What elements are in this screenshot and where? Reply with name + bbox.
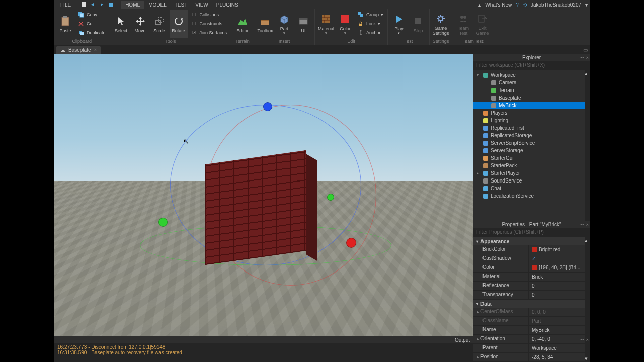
copy-button[interactable]: Copy: [75, 10, 108, 19]
tree-item-starterpack[interactable]: StarterPack: [473, 162, 585, 169]
ui-button[interactable]: UI: [294, 10, 312, 38]
tree-item-baseplate[interactable]: Baseplate: [473, 94, 585, 102]
prop-row-orientation[interactable]: ▸Orientation0, -40, 0: [473, 335, 585, 344]
rotate-button[interactable]: Rotate: [170, 10, 188, 38]
tree-item-mybrick[interactable]: MyBrick: [473, 102, 585, 109]
prop-row-parent[interactable]: ParentWorkspace: [473, 344, 585, 353]
constraints-toggle[interactable]: ☐Constraints: [189, 19, 229, 28]
help-icon[interactable]: ?: [516, 2, 519, 8]
stop-icon: [412, 15, 424, 27]
collisions-toggle[interactable]: ☐Collisions: [189, 10, 229, 19]
duplicate-icon: [77, 29, 85, 36]
output-close-icon[interactable]: ×: [586, 337, 589, 342]
rotation-handle-x[interactable]: [346, 238, 356, 248]
menu-tab-model[interactable]: MODEL: [144, 1, 171, 9]
select-button[interactable]: Select: [112, 10, 130, 38]
selected-part-mybrick[interactable]: [205, 157, 317, 268]
scale-button[interactable]: Scale: [150, 10, 169, 38]
terrain-editor-button[interactable]: Editor: [233, 10, 252, 38]
properties-scrollbar[interactable]: ▴▾: [585, 237, 590, 362]
tree-item-replicatedstorage[interactable]: ReplicatedStorage: [473, 132, 585, 139]
username[interactable]: JakobTheSnakob0207: [531, 2, 581, 8]
prop-row-classname: ClassNamePart: [473, 317, 585, 326]
explorer-close-icon[interactable]: ×: [586, 55, 589, 60]
prop-row-name[interactable]: NameMyBrick: [473, 326, 585, 335]
tree-item-workspace[interactable]: ▾Workspace: [473, 71, 585, 79]
explorer-tree[interactable]: ▾WorkspaceCameraTerrainBaseplateMyBrickP…: [473, 70, 585, 221]
menu-tab-test[interactable]: TEST: [171, 1, 192, 9]
tree-item-replicatedfirst[interactable]: ReplicatedFirst: [473, 124, 585, 132]
prop-section-appearance[interactable]: ▾Appearance: [473, 237, 585, 245]
svg-rect-38: [483, 163, 488, 168]
tab-close-icon[interactable]: ×: [94, 47, 97, 53]
prop-row-transparency[interactable]: Transparency0: [473, 291, 585, 300]
join-icon: ☑: [191, 29, 198, 36]
move-icon: [134, 15, 146, 27]
explorer-scrollbar[interactable]: ▴: [585, 70, 590, 221]
properties-close-icon[interactable]: ×: [586, 222, 589, 227]
toolbox-button[interactable]: Toolbox: [256, 10, 274, 38]
paste-icon: [59, 15, 71, 27]
join-surfaces-toggle[interactable]: ☑Join Surfaces: [189, 28, 229, 37]
color-button[interactable]: Color▾: [336, 10, 354, 38]
part-button[interactable]: Part▾: [275, 10, 293, 38]
viewport-3d[interactable]: ↖: [54, 54, 473, 336]
cut-button[interactable]: Cut: [75, 19, 108, 28]
redo-icon[interactable]: [98, 1, 105, 8]
tree-item-chat[interactable]: Chat: [473, 185, 585, 192]
menu-tab-home[interactable]: HOME: [121, 1, 144, 9]
menu-tab-plugins[interactable]: PLUGINS: [212, 1, 243, 9]
whats-new-link[interactable]: What's New: [485, 2, 512, 8]
group-button[interactable]: Group ▾: [355, 10, 385, 19]
duplicate-button[interactable]: Duplicate: [75, 28, 108, 37]
share-icon[interactable]: ⟲: [523, 2, 527, 8]
prop-row-position[interactable]: ▸Position-28, 5, 34: [473, 353, 585, 362]
svg-point-23: [460, 16, 463, 19]
explorer-pin-icon[interactable]: ⚏: [580, 55, 584, 60]
rotation-handle-z1[interactable]: [158, 218, 168, 227]
output-pin-icon[interactable]: ⚏: [580, 337, 584, 342]
prop-row-castshadow[interactable]: CastShadow✓: [473, 254, 585, 263]
prop-row-brickcolor[interactable]: BrickColorBright red: [473, 245, 585, 254]
tree-item-players[interactable]: Players: [473, 109, 585, 117]
properties-title: Properties - Part "MyBrick": [502, 222, 561, 227]
rotation-handle-y[interactable]: [263, 102, 272, 111]
prop-row-material[interactable]: MaterialBrick: [473, 273, 585, 282]
prop-section-data[interactable]: ▾Data: [473, 300, 585, 308]
tree-item-startergui[interactable]: StarterGui: [473, 154, 585, 162]
explorer-filter[interactable]: Filter workspace (Ctrl+Shift+X): [473, 61, 590, 70]
file-menu[interactable]: FILE: [56, 1, 75, 9]
paste-button[interactable]: Paste: [56, 10, 74, 38]
tree-item-soundservice[interactable]: SoundService: [473, 177, 585, 185]
svg-rect-2: [62, 17, 69, 26]
user-dropdown-icon[interactable]: ▾: [585, 2, 588, 8]
menu-tab-view[interactable]: VIEW: [191, 1, 212, 9]
tree-item-serverstorage[interactable]: ServerStorage: [473, 147, 585, 154]
anchor-button[interactable]: Anchor: [355, 28, 385, 37]
tree-item-starterplayer[interactable]: ▸StarterPlayer: [473, 169, 585, 177]
undo-icon[interactable]: [89, 1, 96, 8]
properties-pin-icon[interactable]: ⚏: [580, 222, 584, 227]
tree-item-lighting[interactable]: Lighting: [473, 117, 585, 124]
new-icon[interactable]: [80, 1, 87, 8]
game-settings-button[interactable]: Game Settings: [432, 10, 450, 38]
lock-button[interactable]: Lock ▾: [355, 19, 385, 28]
move-button[interactable]: Move: [131, 10, 149, 38]
output-line: 16:27:23.773 - Disconnect from 127.0.0.1…: [57, 344, 470, 350]
save-icon[interactable]: [107, 1, 114, 8]
tree-item-localizationservice[interactable]: LocalizationService: [473, 192, 585, 200]
prop-row-color[interactable]: Color[196, 40, 28] (Bri...: [473, 263, 585, 273]
tree-item-terrain[interactable]: Terrain: [473, 86, 585, 94]
material-button[interactable]: Material▾: [317, 10, 335, 38]
tree-item-serverscriptservice[interactable]: ServerScriptService: [473, 139, 585, 147]
tree-item-camera[interactable]: Camera: [473, 79, 585, 86]
properties-filter[interactable]: Filter Properties (Ctrl+Shift+P): [473, 228, 590, 237]
tab-baseplate[interactable]: ☁ Baseplate ×: [56, 46, 101, 54]
properties-list[interactable]: ▾AppearanceBrickColorBright redCastShado…: [473, 237, 585, 362]
play-button[interactable]: Play▾: [390, 10, 408, 38]
terrain-group-label: Terrain: [233, 38, 252, 44]
collapse-icon[interactable]: ▴: [478, 2, 481, 8]
rotation-handle-z2[interactable]: [327, 194, 334, 201]
prop-row-reflectance[interactable]: Reflectance0: [473, 282, 585, 291]
maximize-icon[interactable]: ▭: [583, 47, 588, 53]
